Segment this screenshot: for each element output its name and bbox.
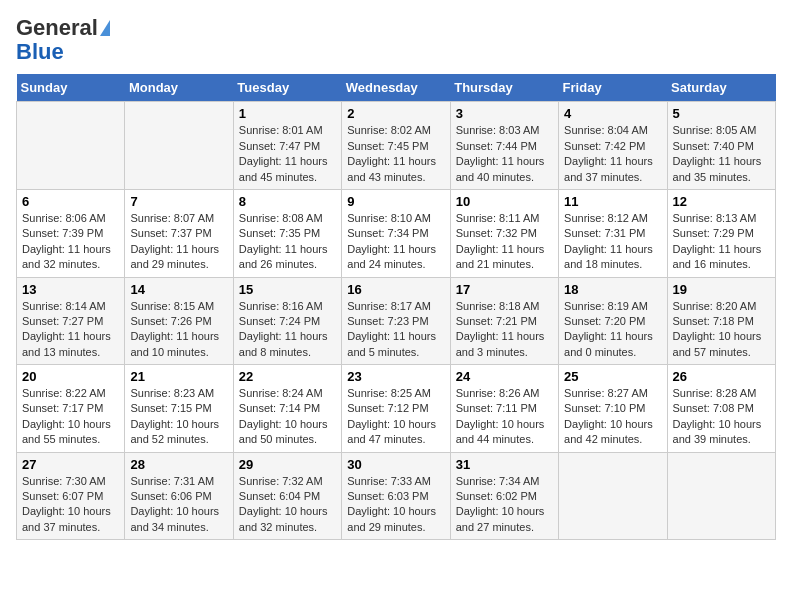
day-info: Sunrise: 8:19 AM Sunset: 7:20 PM Dayligh… <box>564 299 661 361</box>
calendar-cell: 15Sunrise: 8:16 AM Sunset: 7:24 PM Dayli… <box>233 277 341 365</box>
day-info: Sunrise: 8:12 AM Sunset: 7:31 PM Dayligh… <box>564 211 661 273</box>
day-info: Sunrise: 7:33 AM Sunset: 6:03 PM Dayligh… <box>347 474 444 536</box>
calendar-cell: 29Sunrise: 7:32 AM Sunset: 6:04 PM Dayli… <box>233 452 341 540</box>
calendar-cell: 27Sunrise: 7:30 AM Sunset: 6:07 PM Dayli… <box>17 452 125 540</box>
day-number: 4 <box>564 106 661 121</box>
calendar-cell: 21Sunrise: 8:23 AM Sunset: 7:15 PM Dayli… <box>125 365 233 453</box>
day-number: 3 <box>456 106 553 121</box>
logo-triangle-icon <box>100 20 110 36</box>
day-info: Sunrise: 8:13 AM Sunset: 7:29 PM Dayligh… <box>673 211 770 273</box>
day-number: 18 <box>564 282 661 297</box>
day-info: Sunrise: 8:23 AM Sunset: 7:15 PM Dayligh… <box>130 386 227 448</box>
day-info: Sunrise: 8:25 AM Sunset: 7:12 PM Dayligh… <box>347 386 444 448</box>
logo: General Blue <box>16 16 110 64</box>
calendar-cell: 14Sunrise: 8:15 AM Sunset: 7:26 PM Dayli… <box>125 277 233 365</box>
day-number: 23 <box>347 369 444 384</box>
day-info: Sunrise: 7:31 AM Sunset: 6:06 PM Dayligh… <box>130 474 227 536</box>
calendar-cell <box>667 452 775 540</box>
day-info: Sunrise: 8:27 AM Sunset: 7:10 PM Dayligh… <box>564 386 661 448</box>
calendar-cell: 11Sunrise: 8:12 AM Sunset: 7:31 PM Dayli… <box>559 189 667 277</box>
calendar-cell: 19Sunrise: 8:20 AM Sunset: 7:18 PM Dayli… <box>667 277 775 365</box>
weekday-header-sunday: Sunday <box>17 74 125 102</box>
calendar-week-row: 13Sunrise: 8:14 AM Sunset: 7:27 PM Dayli… <box>17 277 776 365</box>
calendar-cell <box>125 102 233 190</box>
day-info: Sunrise: 8:28 AM Sunset: 7:08 PM Dayligh… <box>673 386 770 448</box>
calendar-week-row: 1Sunrise: 8:01 AM Sunset: 7:47 PM Daylig… <box>17 102 776 190</box>
day-number: 31 <box>456 457 553 472</box>
calendar-cell: 18Sunrise: 8:19 AM Sunset: 7:20 PM Dayli… <box>559 277 667 365</box>
day-info: Sunrise: 8:11 AM Sunset: 7:32 PM Dayligh… <box>456 211 553 273</box>
day-info: Sunrise: 8:08 AM Sunset: 7:35 PM Dayligh… <box>239 211 336 273</box>
calendar-cell: 3Sunrise: 8:03 AM Sunset: 7:44 PM Daylig… <box>450 102 558 190</box>
day-info: Sunrise: 7:30 AM Sunset: 6:07 PM Dayligh… <box>22 474 119 536</box>
day-number: 21 <box>130 369 227 384</box>
calendar-week-row: 20Sunrise: 8:22 AM Sunset: 7:17 PM Dayli… <box>17 365 776 453</box>
day-number: 28 <box>130 457 227 472</box>
calendar-cell: 10Sunrise: 8:11 AM Sunset: 7:32 PM Dayli… <box>450 189 558 277</box>
day-number: 22 <box>239 369 336 384</box>
day-number: 25 <box>564 369 661 384</box>
calendar-cell: 20Sunrise: 8:22 AM Sunset: 7:17 PM Dayli… <box>17 365 125 453</box>
day-info: Sunrise: 8:04 AM Sunset: 7:42 PM Dayligh… <box>564 123 661 185</box>
day-number: 9 <box>347 194 444 209</box>
calendar-table: SundayMondayTuesdayWednesdayThursdayFrid… <box>16 74 776 540</box>
calendar-cell: 1Sunrise: 8:01 AM Sunset: 7:47 PM Daylig… <box>233 102 341 190</box>
day-info: Sunrise: 8:14 AM Sunset: 7:27 PM Dayligh… <box>22 299 119 361</box>
day-number: 14 <box>130 282 227 297</box>
calendar-week-row: 27Sunrise: 7:30 AM Sunset: 6:07 PM Dayli… <box>17 452 776 540</box>
day-number: 11 <box>564 194 661 209</box>
calendar-cell: 5Sunrise: 8:05 AM Sunset: 7:40 PM Daylig… <box>667 102 775 190</box>
day-number: 2 <box>347 106 444 121</box>
calendar-cell: 12Sunrise: 8:13 AM Sunset: 7:29 PM Dayli… <box>667 189 775 277</box>
calendar-cell: 17Sunrise: 8:18 AM Sunset: 7:21 PM Dayli… <box>450 277 558 365</box>
weekday-header-thursday: Thursday <box>450 74 558 102</box>
day-number: 12 <box>673 194 770 209</box>
logo-text-general: General <box>16 16 98 40</box>
weekday-header-row: SundayMondayTuesdayWednesdayThursdayFrid… <box>17 74 776 102</box>
calendar-cell: 8Sunrise: 8:08 AM Sunset: 7:35 PM Daylig… <box>233 189 341 277</box>
calendar-cell <box>559 452 667 540</box>
calendar-cell: 6Sunrise: 8:06 AM Sunset: 7:39 PM Daylig… <box>17 189 125 277</box>
day-info: Sunrise: 8:26 AM Sunset: 7:11 PM Dayligh… <box>456 386 553 448</box>
day-info: Sunrise: 8:15 AM Sunset: 7:26 PM Dayligh… <box>130 299 227 361</box>
day-number: 27 <box>22 457 119 472</box>
day-number: 8 <box>239 194 336 209</box>
calendar-cell: 23Sunrise: 8:25 AM Sunset: 7:12 PM Dayli… <box>342 365 450 453</box>
calendar-cell: 26Sunrise: 8:28 AM Sunset: 7:08 PM Dayli… <box>667 365 775 453</box>
day-number: 7 <box>130 194 227 209</box>
day-info: Sunrise: 8:24 AM Sunset: 7:14 PM Dayligh… <box>239 386 336 448</box>
day-number: 16 <box>347 282 444 297</box>
day-number: 20 <box>22 369 119 384</box>
day-info: Sunrise: 8:01 AM Sunset: 7:47 PM Dayligh… <box>239 123 336 185</box>
weekday-header-saturday: Saturday <box>667 74 775 102</box>
day-info: Sunrise: 8:22 AM Sunset: 7:17 PM Dayligh… <box>22 386 119 448</box>
day-number: 19 <box>673 282 770 297</box>
day-number: 29 <box>239 457 336 472</box>
calendar-cell <box>17 102 125 190</box>
day-info: Sunrise: 7:32 AM Sunset: 6:04 PM Dayligh… <box>239 474 336 536</box>
weekday-header-wednesday: Wednesday <box>342 74 450 102</box>
calendar-cell: 4Sunrise: 8:04 AM Sunset: 7:42 PM Daylig… <box>559 102 667 190</box>
day-number: 6 <box>22 194 119 209</box>
page-header: General Blue <box>16 16 776 64</box>
weekday-header-monday: Monday <box>125 74 233 102</box>
day-info: Sunrise: 8:06 AM Sunset: 7:39 PM Dayligh… <box>22 211 119 273</box>
day-info: Sunrise: 8:17 AM Sunset: 7:23 PM Dayligh… <box>347 299 444 361</box>
day-number: 15 <box>239 282 336 297</box>
day-number: 17 <box>456 282 553 297</box>
day-info: Sunrise: 8:10 AM Sunset: 7:34 PM Dayligh… <box>347 211 444 273</box>
calendar-cell: 24Sunrise: 8:26 AM Sunset: 7:11 PM Dayli… <box>450 365 558 453</box>
day-info: Sunrise: 8:03 AM Sunset: 7:44 PM Dayligh… <box>456 123 553 185</box>
day-info: Sunrise: 8:05 AM Sunset: 7:40 PM Dayligh… <box>673 123 770 185</box>
day-number: 13 <box>22 282 119 297</box>
weekday-header-friday: Friday <box>559 74 667 102</box>
day-info: Sunrise: 8:16 AM Sunset: 7:24 PM Dayligh… <box>239 299 336 361</box>
calendar-cell: 22Sunrise: 8:24 AM Sunset: 7:14 PM Dayli… <box>233 365 341 453</box>
day-number: 1 <box>239 106 336 121</box>
day-number: 26 <box>673 369 770 384</box>
calendar-cell: 30Sunrise: 7:33 AM Sunset: 6:03 PM Dayli… <box>342 452 450 540</box>
calendar-cell: 31Sunrise: 7:34 AM Sunset: 6:02 PM Dayli… <box>450 452 558 540</box>
calendar-cell: 13Sunrise: 8:14 AM Sunset: 7:27 PM Dayli… <box>17 277 125 365</box>
day-info: Sunrise: 7:34 AM Sunset: 6:02 PM Dayligh… <box>456 474 553 536</box>
calendar-week-row: 6Sunrise: 8:06 AM Sunset: 7:39 PM Daylig… <box>17 189 776 277</box>
